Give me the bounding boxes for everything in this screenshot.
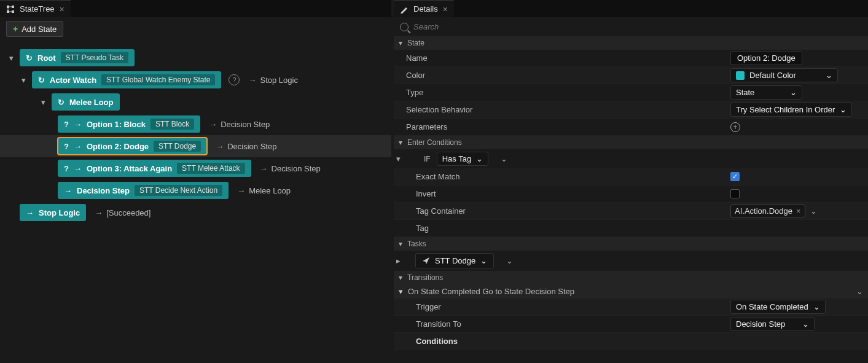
transition-label: Melee Loop: [249, 186, 291, 195]
chevron-down-icon: ⌄: [476, 154, 483, 163]
node-pill[interactable]: → Stop Logic: [20, 204, 86, 221]
node-pill[interactable]: ↻ Actor Watch STT Global Watch Enemy Sta…: [32, 71, 221, 88]
task-tag: STT Global Watch Enemy State: [101, 74, 215, 85]
node-pill[interactable]: ↻ Melee Loop: [52, 93, 120, 111]
tree-node-melee-loop[interactable]: ▾ ↻ Melee Loop: [0, 91, 391, 113]
enter-condition-row: ▾ IF Has Tag ⌄ ⌄: [394, 149, 868, 168]
chevron-right-icon[interactable]: ▸: [396, 256, 401, 265]
prop-trigger: Trigger On State Completed ⌄: [394, 299, 868, 316]
node-pill[interactable]: ? → Option 3: Attack Again STT Melee Att…: [58, 160, 251, 177]
prop-label: Color: [394, 71, 725, 80]
close-icon[interactable]: ×: [60, 4, 65, 14]
arrow-icon: →: [209, 120, 217, 129]
node-pill[interactable]: ? → Option 2: Dodge STT Dodge: [58, 138, 207, 155]
arrow-icon: →: [64, 186, 72, 195]
prop-label: Type: [394, 88, 725, 97]
node-pill[interactable]: → Decision Step STT Decide Next Action: [58, 182, 229, 199]
exact-match-checkbox[interactable]: [730, 172, 740, 181]
tab-bar: Details ×: [394, 0, 868, 17]
section-title: Enter Conditions: [407, 138, 462, 147]
arrow-icon: →: [74, 142, 82, 151]
tab-details[interactable]: Details ×: [394, 0, 454, 17]
chevron-down-icon[interactable]: ⌄: [810, 206, 817, 216]
prop-label: Parameters: [394, 122, 725, 131]
node-label: Melee Loop: [69, 98, 114, 107]
node-pill[interactable]: ↻ Root STT Pseudo Task: [20, 49, 135, 66]
tree-node-actor-watch[interactable]: ▾ ↻ Actor Watch STT Global Watch Enemy S…: [0, 69, 391, 91]
condition-icon: ?: [64, 120, 69, 129]
task-name: STT Dodge: [435, 256, 475, 265]
chevron-down-icon[interactable]: ⌄: [856, 287, 863, 296]
prop-label: Tag: [394, 224, 725, 233]
condition-dropdown[interactable]: Has Tag ⌄: [437, 152, 488, 166]
node-label: Option 3: Attack Again: [87, 164, 172, 173]
tab-statetree[interactable]: StateTree ×: [0, 0, 71, 17]
section-header-enter[interactable]: ▾ Enter Conditions: [394, 136, 868, 149]
search-input[interactable]: [413, 22, 862, 31]
tree-view: ▾ ↻ Root STT Pseudo Task ▾ ↻ Actor Watch…: [0, 41, 391, 224]
name-input[interactable]: Option 2: Dodge: [730, 51, 802, 65]
add-state-button[interactable]: + Add State: [6, 21, 63, 37]
add-parameter-button[interactable]: +: [730, 122, 740, 132]
chevron-down-icon: ▾: [399, 138, 402, 147]
tree-node-decision[interactable]: → Decision Step STT Decide Next Action →…: [0, 179, 391, 201]
tree-node-root[interactable]: ▾ ↻ Root STT Pseudo Task: [0, 47, 391, 69]
chevron-down-icon[interactable]: ⌄: [501, 154, 507, 163]
node-label: Option 2: Dodge: [87, 142, 149, 151]
prop-label: Tag Container: [394, 206, 725, 216]
chevron-down-icon[interactable]: ▾: [396, 154, 401, 163]
caret-icon[interactable]: ▾: [39, 98, 47, 106]
prop-label: Trigger: [394, 302, 725, 311]
node-label: Stop Logic: [39, 208, 80, 217]
add-state-label: Add State: [22, 25, 57, 34]
arrow-icon: →: [248, 76, 256, 85]
transitionto-dropdown[interactable]: Decision Step ⌄: [730, 317, 815, 331]
arrow-icon: →: [237, 186, 245, 195]
arrow-icon: →: [74, 120, 82, 129]
chevron-down-icon[interactable]: ⌄: [506, 256, 513, 265]
prop-label: Transition To: [394, 319, 725, 329]
section-header-transitions[interactable]: ▾ Transitions: [394, 271, 868, 284]
tree-node-stop-logic[interactable]: → Stop Logic → [Succeeded]: [0, 201, 391, 224]
prop-color: Color Default Color ⌄: [394, 67, 868, 84]
state-tree-panel: StateTree × + Add State ▾ ↻ Root STT Pse…: [0, 0, 391, 363]
type-dropdown[interactable]: State ⌄: [730, 85, 802, 100]
transition-link[interactable]: → [Succeeded]: [91, 208, 154, 217]
transition-link[interactable]: → Decision Step: [212, 142, 280, 151]
section-header-state[interactable]: ▾ State: [394, 36, 868, 50]
question-icon[interactable]: ?: [229, 74, 240, 85]
prop-label: Exact Match: [394, 172, 725, 181]
color-swatch: [736, 71, 745, 80]
chevron-down-icon: ⌄: [802, 319, 809, 329]
tree-node-option3[interactable]: ? → Option 3: Attack Again STT Melee Att…: [0, 157, 391, 179]
task-dropdown[interactable]: STT Dodge ⌄: [415, 253, 494, 268]
transition-header[interactable]: ▾ On State Completed Go to State Decisio…: [394, 284, 868, 299]
condition-icon: ?: [64, 164, 69, 173]
caret-icon[interactable]: ▾: [7, 54, 15, 61]
selbehavior-dropdown[interactable]: Try Select Children In Order ⌄: [730, 103, 852, 117]
color-dropdown[interactable]: Default Color ⌄: [730, 68, 838, 82]
transition-link[interactable]: → Decision Step: [256, 164, 324, 173]
caret-icon[interactable]: ▾: [20, 76, 27, 84]
close-icon[interactable]: ×: [443, 4, 448, 14]
tree-node-option2[interactable]: ? → Option 2: Dodge STT Dodge → Decision…: [0, 135, 391, 157]
trigger-dropdown[interactable]: On State Completed ⌄: [730, 300, 826, 314]
chevron-down-icon: ⌄: [790, 88, 797, 97]
transition-label: Decision Step: [227, 142, 276, 151]
remove-tag-icon[interactable]: ×: [796, 206, 801, 216]
transition-link[interactable]: → Melee Loop: [233, 186, 294, 195]
section-header-tasks[interactable]: ▾ Tasks: [394, 237, 868, 251]
prop-tag: Tag: [394, 220, 868, 237]
prop-type: Type State ⌄: [394, 84, 868, 101]
tag-chip[interactable]: AI.Action.Dodge ×: [730, 205, 805, 217]
invert-checkbox[interactable]: [730, 189, 740, 198]
state-icon: ↻: [58, 98, 65, 107]
search-icon: [400, 23, 409, 31]
dropdown-value: Try Select Children In Order: [736, 105, 835, 114]
transition-link[interactable]: → Stop Logic: [244, 76, 301, 85]
arrow-icon: →: [26, 208, 34, 217]
node-pill[interactable]: ? → Option 1: Block STT Block: [58, 115, 200, 133]
tree-node-option1[interactable]: ? → Option 1: Block STT Block → Decision…: [0, 113, 391, 135]
transition-link[interactable]: → Decision Step: [205, 120, 273, 129]
arrow-icon: →: [74, 164, 82, 173]
